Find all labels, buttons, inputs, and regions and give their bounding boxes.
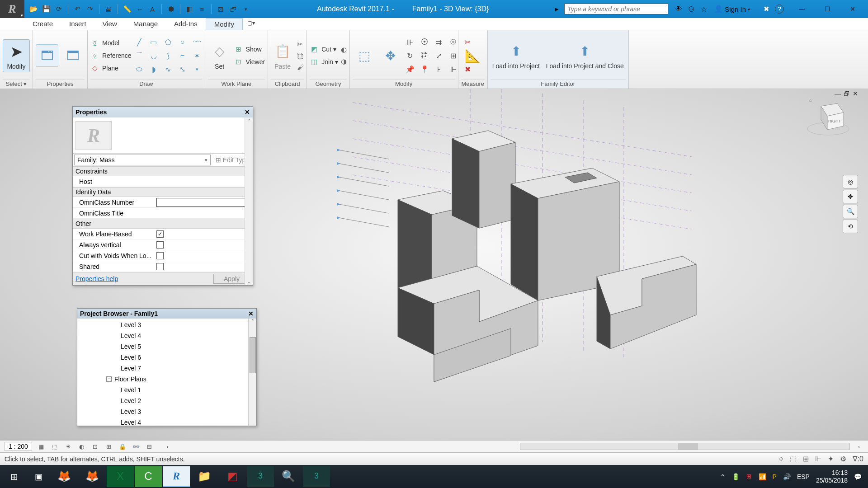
- copy-icon[interactable]: ⿻: [420, 51, 429, 61]
- tab-extra-icon[interactable]: ▢▾: [243, 18, 259, 30]
- switch-windows-icon[interactable]: 🗗: [229, 5, 238, 14]
- set-plane-button[interactable]: ◇Set: [208, 42, 231, 70]
- type-properties-button[interactable]: 🗖: [61, 46, 85, 66]
- tree-item[interactable]: Level 4: [99, 417, 256, 426]
- pin-icon[interactable]: 📌: [405, 64, 415, 74]
- app-explorer[interactable]: 📁: [191, 466, 218, 487]
- mirror-axis-icon[interactable]: ⦿: [420, 37, 429, 47]
- tab-modify[interactable]: Modify: [206, 18, 243, 30]
- trim-single-icon[interactable]: ⊦: [434, 64, 444, 74]
- maximize-button[interactable]: ☐: [815, 0, 840, 18]
- tree-item[interactable]: Level 6: [99, 352, 256, 363]
- properties-button[interactable]: 🗔: [36, 44, 58, 67]
- shadows-icon[interactable]: ◐: [77, 442, 86, 450]
- group-select-label[interactable]: Select ▾: [3, 79, 30, 89]
- text-icon[interactable]: A: [148, 5, 157, 14]
- prop-cutvoids-checkbox[interactable]: [156, 252, 164, 259]
- tree-item[interactable]: Level 3: [99, 406, 256, 417]
- crop-icon[interactable]: ⊡: [91, 442, 100, 450]
- prop-alwaysv-checkbox[interactable]: [156, 241, 164, 249]
- horizontal-scrollbar[interactable]: [520, 443, 850, 450]
- paste-button[interactable]: 📋Paste: [271, 42, 294, 70]
- tray-up-icon[interactable]: ⌃: [720, 473, 726, 480]
- view-cube[interactable]: RIGHT ⌂: [806, 97, 851, 138]
- fillet-icon[interactable]: ⌐: [178, 51, 188, 61]
- tray-shield-icon[interactable]: ⛨: [746, 473, 752, 480]
- favorite-icon[interactable]: ☆: [699, 5, 709, 14]
- undo-icon[interactable]: ↶: [73, 5, 82, 14]
- align-icon[interactable]: ⊪: [405, 37, 415, 47]
- temp-hide-icon[interactable]: 👓: [132, 442, 141, 450]
- reveal-icon[interactable]: ⊟: [145, 442, 154, 450]
- app-3dsmax-1[interactable]: 3: [247, 466, 274, 487]
- arc-start-icon[interactable]: ⌒: [134, 51, 144, 61]
- minimize-button[interactable]: —: [789, 0, 815, 18]
- load-project-button[interactable]: ⬆Load into Project: [491, 42, 542, 70]
- thin-lines-icon[interactable]: ≡: [198, 5, 207, 14]
- status-icon-5[interactable]: ✦: [828, 455, 834, 463]
- modify-tool-button[interactable]: ➤ Modify: [3, 39, 30, 72]
- cut-clip-icon[interactable]: ✂: [297, 40, 304, 48]
- exchange-icon[interactable]: ✖: [764, 5, 769, 13]
- pan-icon[interactable]: ✥: [843, 190, 858, 203]
- sync-icon[interactable]: ⟳: [54, 5, 63, 14]
- offset-icon[interactable]: ⇉: [434, 37, 444, 47]
- properties-close-icon[interactable]: ✕: [245, 108, 250, 116]
- polygon-icon[interactable]: ⬠: [163, 37, 173, 47]
- view-scale-selector[interactable]: 1 : 200: [5, 442, 32, 451]
- collapse-icon[interactable]: −: [106, 376, 112, 382]
- status-icon-3[interactable]: ⊞: [803, 455, 809, 463]
- arc-tangent-icon[interactable]: ⟆: [163, 51, 173, 61]
- task-view-button[interactable]: ▣: [26, 472, 51, 482]
- qat-dropdown-icon[interactable]: ▾: [241, 5, 250, 14]
- steering-wheel-icon[interactable]: ◎: [843, 175, 858, 188]
- browser-scrollbar[interactable]: ⌃: [248, 319, 256, 426]
- open-icon[interactable]: 📂: [29, 5, 38, 14]
- crop-region-icon[interactable]: ⊞: [104, 442, 113, 450]
- copy-clip-icon[interactable]: ⿻: [297, 52, 304, 60]
- tab-manage[interactable]: Manage: [125, 18, 166, 30]
- cope-icon[interactable]: ◐: [341, 46, 347, 54]
- status-icon-6[interactable]: ⚙: [840, 455, 846, 463]
- tray-battery-icon[interactable]: 🔋: [732, 473, 740, 480]
- 3d-icon[interactable]: ⬢: [166, 5, 175, 14]
- rect-icon[interactable]: ▭: [149, 37, 159, 47]
- search-input[interactable]: [564, 4, 668, 14]
- tree-item[interactable]: Level 3: [99, 319, 256, 330]
- spline-icon[interactable]: 〰: [192, 37, 202, 47]
- properties-help-link[interactable]: Properties help: [75, 275, 118, 282]
- status-icon-1[interactable]: ⟐: [779, 455, 783, 463]
- subscription-icon[interactable]: 👁: [674, 5, 684, 14]
- app-excel[interactable]: X: [107, 466, 134, 487]
- tray-volume-icon[interactable]: 🔊: [783, 473, 791, 480]
- partial-ellipse-icon[interactable]: ◗: [149, 64, 159, 74]
- tree-item[interactable]: Level 5: [99, 341, 256, 352]
- show-plane-button[interactable]: ⊞Show: [234, 45, 265, 54]
- close-button[interactable]: ✕: [840, 0, 865, 18]
- circle-icon[interactable]: ○: [178, 37, 188, 47]
- status-icon-4[interactable]: ⊩: [815, 455, 821, 463]
- section-icon[interactable]: ◧: [185, 5, 194, 14]
- match-icon[interactable]: 🖌: [297, 63, 304, 71]
- scroll-left-icon[interactable]: ‹: [163, 442, 172, 450]
- pick-lines-icon[interactable]: ⤡: [178, 64, 188, 74]
- rotate-icon[interactable]: ↻: [405, 51, 415, 61]
- array-icon[interactable]: ⊞: [448, 51, 458, 61]
- print-icon[interactable]: 🖶: [104, 5, 113, 14]
- tray-p-icon[interactable]: P: [773, 473, 777, 480]
- split-face-icon[interactable]: ◑: [341, 57, 347, 66]
- ellipse-icon[interactable]: ⬭: [134, 64, 144, 74]
- status-icon-2[interactable]: ⬚: [790, 455, 797, 463]
- cat-identity[interactable]: Identity Data⌃: [73, 187, 253, 197]
- cut-button[interactable]: ◩Cut ▾: [310, 45, 338, 54]
- move-button[interactable]: ✥: [379, 46, 402, 66]
- arc-center-icon[interactable]: ◡: [149, 51, 159, 61]
- redo-icon[interactable]: ↷: [85, 5, 94, 14]
- app-camtasia[interactable]: C: [135, 466, 162, 487]
- browser-close-icon[interactable]: ✕: [248, 310, 254, 317]
- tree-item[interactable]: Level 2: [99, 395, 256, 406]
- properties-scrollbar[interactable]: ⌃⌄: [245, 117, 253, 285]
- measure-button[interactable]: 📐: [461, 46, 485, 66]
- prop-omninum-input[interactable]: [156, 198, 250, 207]
- app-search[interactable]: 🔍: [275, 466, 302, 487]
